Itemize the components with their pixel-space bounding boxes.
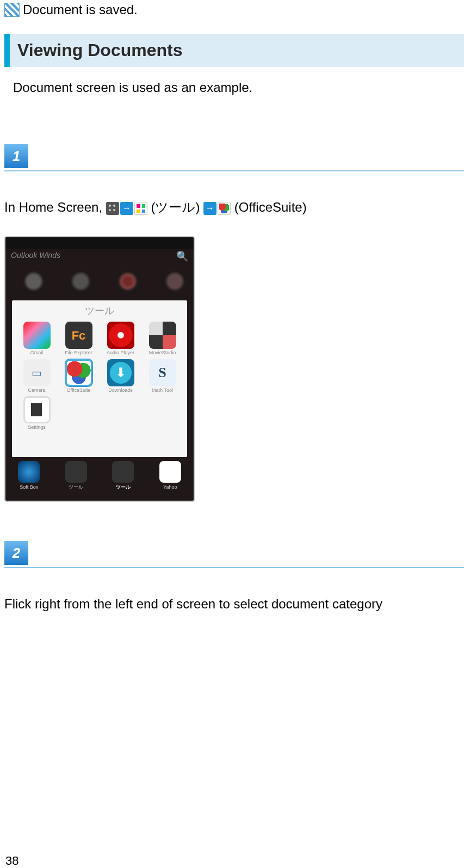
- dock-icon: [65, 461, 87, 483]
- moviestudio-icon: [149, 322, 176, 349]
- downloads-icon: [107, 359, 134, 386]
- phone-background-apps: [5, 264, 194, 298]
- app-label: Math Tool: [152, 387, 173, 395]
- saved-icon: [4, 3, 20, 17]
- dock-label: ツール: [116, 484, 131, 491]
- audio-player-icon: [107, 322, 134, 349]
- popup-title: ツール: [16, 304, 183, 322]
- dock-icon: [112, 461, 134, 483]
- step-2-content: Flick right from the left end of screen …: [4, 568, 460, 614]
- step2-text: Flick right from the left end of screen …: [4, 596, 382, 611]
- search-icon: 🔍: [176, 249, 188, 264]
- dock-label: Soft Box: [20, 484, 38, 491]
- tools-folder-icon: [134, 202, 147, 215]
- office-icon-sequence: [203, 202, 231, 215]
- saved-status-line: Document is saved.: [4, 0, 460, 34]
- dock-item: ツール: [65, 461, 87, 491]
- app-item: Camera: [16, 359, 57, 395]
- app-item: Math Tool: [142, 359, 183, 395]
- officesuite-icon: [65, 359, 92, 386]
- step-1: 1 In Home Screen, (ツール) (OfficeSuite) Ou…: [4, 144, 460, 502]
- dock-label: Yahoo: [163, 484, 177, 491]
- step-1-content: In Home Screen, (ツール) (OfficeSuite) Outl…: [4, 171, 460, 502]
- app-label: Camera: [28, 387, 45, 395]
- dock-label: ツール: [69, 484, 83, 491]
- app-item: Settings: [16, 396, 57, 432]
- phone-header-title: Outlook Winds: [11, 250, 60, 261]
- app-label: Downloads: [108, 387, 133, 395]
- home-icon-sequence: [106, 202, 147, 215]
- dock-icon: [159, 461, 181, 483]
- gmail-icon: [23, 322, 51, 349]
- app-label: MovieStudio: [149, 349, 176, 357]
- camera-icon: [23, 359, 51, 386]
- officesuite-icon: [218, 202, 231, 215]
- page-number: 38: [5, 854, 18, 868]
- saved-text: Document is saved.: [23, 2, 138, 17]
- tools-folder-popup: ツール Gmail File Explorer Audio Player Mov…: [12, 300, 187, 457]
- phone-screenshot: Outlook Winds 🔍 ツール Gmail File Explorer …: [4, 236, 195, 502]
- dock-item: ツール: [112, 461, 134, 491]
- app-label: File Explorer: [65, 349, 92, 357]
- app-item: Downloads: [100, 359, 141, 395]
- file-explorer-icon: [65, 322, 92, 349]
- apps-grid-icon: [106, 202, 119, 215]
- dock-item: Soft Box: [18, 461, 40, 491]
- app-item: MovieStudio: [142, 322, 183, 357]
- arrow-right-icon: [120, 202, 133, 215]
- app-item: Gmail: [16, 322, 57, 357]
- step1-text-prefix: In Home Screen,: [4, 200, 106, 214]
- mathtool-icon: [149, 359, 176, 386]
- app-label: Gmail: [30, 349, 44, 357]
- app-item: File Explorer: [58, 322, 99, 357]
- app-label: Audio Player: [107, 349, 134, 357]
- app-label: OfficeSuite: [67, 387, 91, 395]
- section-note: Document screen is used as an example.: [4, 67, 460, 105]
- phone-dock: Soft Box ツール ツール Yahoo: [5, 457, 194, 495]
- dock-item: Yahoo: [159, 461, 181, 491]
- section-heading: Viewing Documents: [4, 34, 464, 67]
- settings-icon: [23, 396, 51, 423]
- app-label: Settings: [28, 424, 46, 432]
- step-2: 2 Flick right from the left end of scree…: [4, 541, 460, 614]
- step1-text-suffix: (OfficeSuite): [234, 200, 307, 214]
- app-item: OfficeSuite: [58, 359, 99, 395]
- app-item: Audio Player: [100, 322, 141, 357]
- step-number-icon: 2: [4, 541, 28, 565]
- arrow-right-icon: [203, 202, 216, 215]
- step1-text-mid: (ツール): [151, 200, 200, 214]
- phone-statusbar: [5, 237, 194, 249]
- dock-icon: [18, 461, 40, 483]
- step-number-icon: 1: [4, 144, 28, 168]
